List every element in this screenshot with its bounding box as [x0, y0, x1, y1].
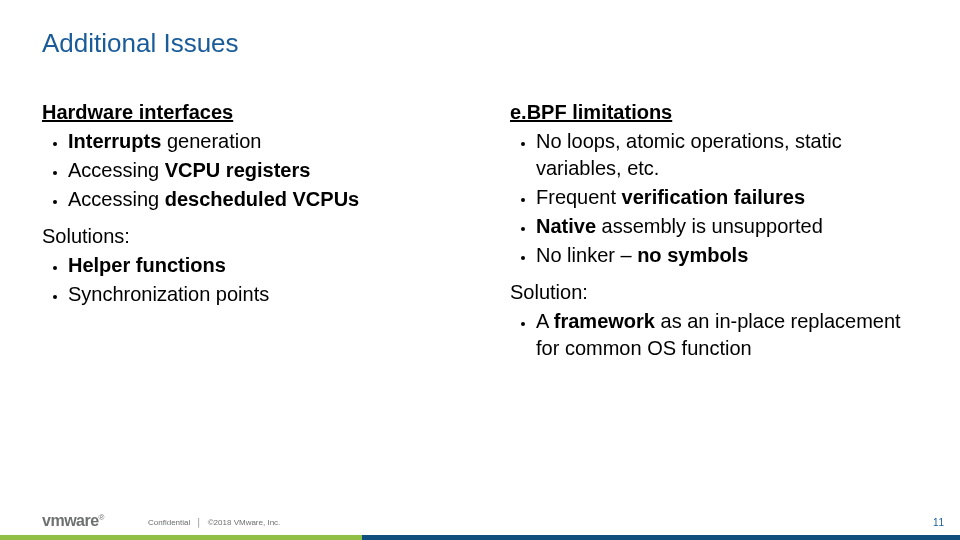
solutions-list: Helper functions Synchronization points [68, 252, 450, 308]
list-item: Synchronization points [68, 281, 450, 308]
bar-green [0, 535, 362, 540]
left-column: Hardware interfaces Interrupts generatio… [42, 99, 450, 364]
list-item: Native assembly is unsupported [536, 213, 918, 240]
right-column: e.BPF limitations No loops, atomic opera… [510, 99, 918, 364]
footer-accent-bar [0, 535, 960, 540]
list-item: No linker – no symbols [536, 242, 918, 269]
vmware-logo: vmware® [42, 512, 104, 530]
section-head-solution: Solution: [510, 279, 918, 306]
list-item: Helper functions [68, 252, 450, 279]
list-item: Frequent verification failures [536, 184, 918, 211]
content-columns: Hardware interfaces Interrupts generatio… [42, 99, 918, 364]
list-item: Accessing descheduled VCPUs [68, 186, 450, 213]
section-head-hardware: Hardware interfaces [42, 99, 450, 126]
solution-list: A framework as an in-place replacement f… [536, 308, 918, 362]
footer-meta: Confidential │ ©2018 VMware, Inc. [148, 518, 280, 527]
hardware-list: Interrupts generation Accessing VCPU reg… [68, 128, 450, 213]
footer: vmware® Confidential │ ©2018 VMware, Inc… [0, 504, 960, 540]
copyright-label: ©2018 VMware, Inc. [208, 518, 281, 527]
ebpf-list: No loops, atomic operations, static vari… [536, 128, 918, 269]
list-item: No loops, atomic operations, static vari… [536, 128, 918, 182]
confidential-label: Confidential [148, 518, 190, 527]
section-head-solutions: Solutions: [42, 223, 450, 250]
section-head-ebpf: e.BPF limitations [510, 99, 918, 126]
list-item: Interrupts generation [68, 128, 450, 155]
separator-icon: │ [196, 518, 201, 527]
page-number: 11 [933, 517, 944, 528]
page-title: Additional Issues [42, 28, 918, 59]
bar-blue [362, 535, 960, 540]
list-item: Accessing VCPU registers [68, 157, 450, 184]
slide: Additional Issues Hardware interfaces In… [0, 0, 960, 540]
list-item: A framework as an in-place replacement f… [536, 308, 918, 362]
